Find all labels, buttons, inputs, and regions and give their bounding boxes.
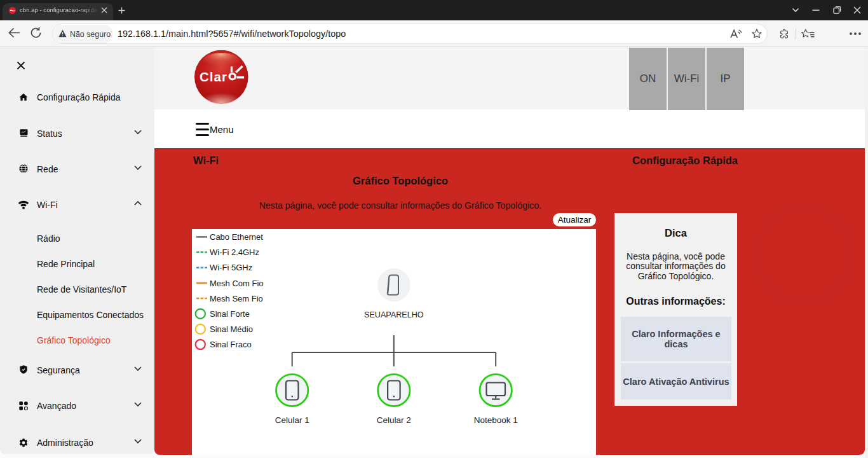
svg-text:Mesh Sem Fio: Mesh Sem Fio <box>210 294 263 303</box>
svg-text:Celular 2: Celular 2 <box>377 415 411 425</box>
svg-text:Wi-Fi 2.4GHz: Wi-Fi 2.4GHz <box>210 247 259 257</box>
svg-text:Clar: Clar <box>200 69 227 84</box>
svg-text:Cabo Ethernet: Cabo Ethernet <box>210 232 263 242</box>
svg-text:Celular 1: Celular 1 <box>275 415 309 425</box>
svg-text:SEUAPARELHO: SEUAPARELHO <box>364 310 424 319</box>
svg-text:Sinal Médio: Sinal Médio <box>210 324 253 334</box>
svg-text:Mesh Com Fio: Mesh Com Fio <box>210 279 264 288</box>
svg-text:Sinal Forte: Sinal Forte <box>210 309 250 319</box>
svg-text:Wi-Fi 5GHz: Wi-Fi 5GHz <box>210 263 252 272</box>
svg-text:Sinal Fraco: Sinal Fraco <box>210 340 252 349</box>
svg-text:Notebook 1: Notebook 1 <box>474 415 518 425</box>
